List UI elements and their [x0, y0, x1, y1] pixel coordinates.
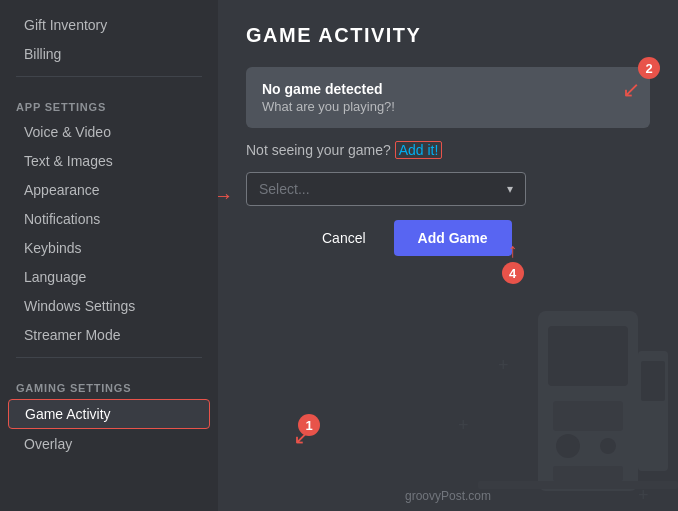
main-content: GAME ACTIVITY No game detected What are … — [218, 0, 678, 511]
select-placeholder: Select... — [259, 181, 507, 197]
sidebar-item-game-activity[interactable]: Game Activity — [8, 399, 210, 429]
annotation-1: 1 ↙ — [298, 414, 320, 436]
add-game-button[interactable]: Add Game — [394, 220, 512, 256]
sidebar-item-keybinds[interactable]: Keybinds — [8, 234, 210, 262]
page-title: GAME ACTIVITY — [246, 24, 650, 47]
buttons-row: Cancel Add Game ↑ 4 — [306, 220, 650, 256]
svg-rect-1 — [548, 326, 628, 386]
sidebar-item-text-images[interactable]: Text & Images — [8, 147, 210, 175]
arrow-2: ↙ — [622, 77, 640, 103]
arcade-illustration: + + + — [258, 271, 678, 511]
no-game-title: No game detected — [262, 81, 634, 97]
select-dropdown[interactable]: Select... ▾ — [246, 172, 526, 206]
add-game-wrapper: Add Game ↑ 4 — [394, 220, 512, 256]
sidebar: Gift Inventory Billing APP SETTINGS Voic… — [0, 0, 218, 511]
sidebar-item-language[interactable]: Language — [8, 263, 210, 291]
no-game-banner: No game detected What are you playing?! … — [246, 67, 650, 128]
app-settings-label: APP SETTINGS — [0, 85, 218, 117]
svg-rect-2 — [553, 401, 623, 431]
svg-rect-11 — [641, 361, 665, 401]
select-wrapper: Select... ▾ 3 → — [246, 172, 526, 220]
svg-text:+: + — [458, 415, 469, 435]
sidebar-divider-2 — [16, 357, 202, 358]
cancel-button[interactable]: Cancel — [306, 222, 382, 254]
sidebar-item-streamer-mode[interactable]: Streamer Mode — [8, 321, 210, 349]
sidebar-item-windows-settings[interactable]: Windows Settings — [8, 292, 210, 320]
gaming-settings-label: GAMING SETTINGS — [0, 366, 218, 398]
sidebar-divider-1 — [16, 76, 202, 77]
sidebar-item-gift-inventory[interactable]: Gift Inventory — [8, 11, 210, 39]
annotation-3: 3 → — [218, 183, 234, 209]
annotation-2: 2 — [638, 57, 660, 79]
svg-rect-5 — [553, 466, 623, 481]
svg-text:+: + — [498, 355, 509, 375]
svg-point-3 — [556, 434, 580, 458]
sidebar-item-notifications[interactable]: Notifications — [8, 205, 210, 233]
sidebar-item-voice-video[interactable]: Voice & Video — [8, 118, 210, 146]
sidebar-item-appearance[interactable]: Appearance — [8, 176, 210, 204]
not-seeing-row: Not seeing your game? Add it! — [246, 142, 650, 158]
sidebar-item-overlay[interactable]: Overlay — [8, 430, 210, 458]
no-game-subtitle: What are you playing?! — [262, 99, 634, 114]
watermark: groovyPost.com — [405, 489, 491, 503]
svg-text:+: + — [638, 485, 649, 505]
add-it-link[interactable]: Add it! — [395, 141, 443, 159]
sidebar-item-billing[interactable]: Billing — [8, 40, 210, 68]
chevron-down-icon: ▾ — [507, 182, 513, 196]
svg-point-4 — [600, 438, 616, 454]
